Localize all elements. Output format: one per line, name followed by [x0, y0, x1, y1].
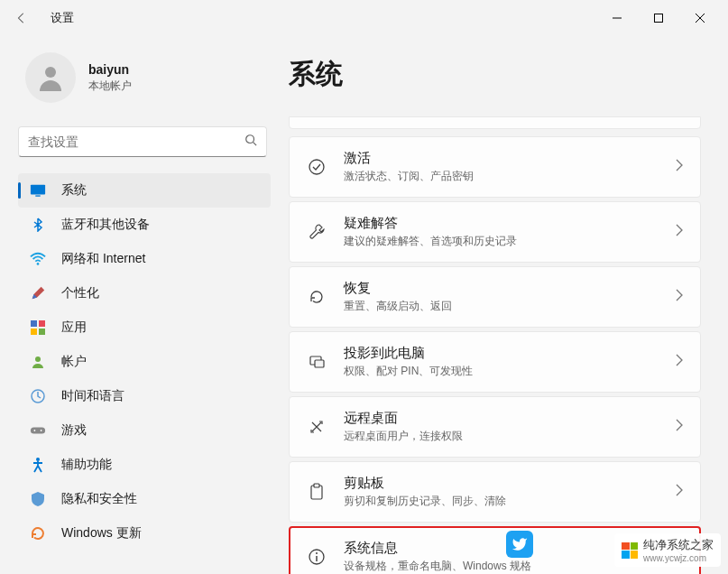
- recovery-icon: [306, 286, 327, 308]
- svg-rect-18: [315, 360, 324, 367]
- sidebar-item-privacy[interactable]: 隐私和安全性: [18, 482, 271, 516]
- setting-item-clipboard[interactable]: 剪贴板 剪切和复制历史记录、同步、清除: [289, 461, 701, 523]
- partial-item-top: [289, 116, 701, 129]
- item-title: 疑难解答: [344, 215, 675, 232]
- item-sub: 剪切和复制历史记录、同步、清除: [344, 494, 675, 509]
- item-sub: 建议的疑难解答、首选项和历史记录: [344, 234, 675, 249]
- svg-rect-3: [31, 185, 45, 195]
- sidebar-item-label: 个性化: [61, 285, 99, 301]
- titlebar: 设置: [0, 0, 728, 36]
- sidebar-item-label: 网络和 Internet: [61, 251, 145, 267]
- check-circle-icon: [306, 156, 327, 178]
- item-sub: 权限、配对 PIN、可发现性: [344, 364, 675, 379]
- sidebar-item-windows-update[interactable]: Windows 更新: [18, 516, 271, 551]
- sidebar-item-label: 时间和语言: [61, 388, 124, 404]
- sidebar-item-network[interactable]: 网络和 Internet: [18, 242, 271, 276]
- sidebar-item-accessibility[interactable]: 辅助功能: [18, 448, 271, 482]
- main-panel: 系统 激活 激活状态、订阅、产品密钥 疑难解答 建议的疑难解答、首选项和历史记录: [280, 36, 728, 574]
- item-title: 恢复: [344, 280, 675, 297]
- maximize-button[interactable]: [638, 4, 679, 32]
- chevron-right-icon: [675, 354, 684, 370]
- svg-rect-7: [39, 320, 45, 327]
- sidebar-item-gaming[interactable]: 游戏: [18, 413, 271, 448]
- svg-point-16: [309, 160, 324, 174]
- shield-icon: [29, 490, 47, 508]
- item-sub: 激活状态、订阅、产品密钥: [344, 169, 675, 184]
- svg-point-15: [36, 458, 40, 461]
- item-title: 剪贴板: [344, 475, 675, 492]
- item-sub: 远程桌面用户，连接权限: [344, 429, 675, 444]
- sidebar-item-system[interactable]: 系统: [18, 173, 271, 208]
- sidebar-item-label: Windows 更新: [61, 525, 142, 542]
- svg-point-10: [35, 356, 41, 362]
- sidebar-item-label: 蓝牙和其他设备: [61, 217, 150, 233]
- avatar: [25, 52, 76, 103]
- close-button[interactable]: [679, 4, 721, 32]
- remote-icon: [306, 416, 327, 438]
- svg-rect-9: [39, 329, 45, 335]
- person-icon: [29, 353, 47, 371]
- setting-item-recovery[interactable]: 恢复 重置、高级启动、返回: [289, 266, 701, 328]
- item-sub: 重置、高级启动、返回: [344, 299, 675, 314]
- chevron-right-icon: [675, 159, 684, 175]
- clipboard-icon: [306, 481, 327, 503]
- watermark-text: 纯净系统之家: [643, 538, 714, 551]
- window-title: 设置: [51, 10, 74, 26]
- search-input[interactable]: [28, 134, 244, 149]
- item-title: 激活: [344, 150, 675, 167]
- content: baiyun 本地帐户 系统 蓝牙和其他设备: [0, 36, 728, 574]
- svg-point-5: [37, 263, 40, 265]
- update-icon: [29, 524, 47, 542]
- svg-rect-12: [31, 427, 45, 433]
- back-button[interactable]: [7, 4, 36, 32]
- settings-window: 设置 baiyun 本地帐户: [0, 0, 728, 574]
- windows-logo-icon: [622, 542, 638, 559]
- sidebar-item-time-language[interactable]: 时间和语言: [18, 379, 271, 413]
- sidebar: baiyun 本地帐户 系统 蓝牙和其他设备: [0, 36, 280, 574]
- svg-rect-4: [35, 195, 40, 196]
- sidebar-item-label: 应用: [61, 319, 87, 336]
- apps-icon: [29, 319, 47, 337]
- svg-point-13: [34, 430, 36, 431]
- minimize-button[interactable]: [596, 4, 638, 32]
- nav-list: 系统 蓝牙和其他设备 网络和 Internet 个性化 应用: [18, 173, 280, 551]
- profile-sub: 本地帐户: [88, 79, 132, 94]
- project-icon: [306, 351, 327, 373]
- svg-rect-0: [655, 14, 663, 23]
- window-controls: [596, 4, 721, 32]
- sidebar-item-label: 游戏: [61, 422, 87, 439]
- sidebar-item-personalization[interactable]: 个性化: [18, 276, 271, 310]
- item-title: 投影到此电脑: [344, 345, 675, 362]
- svg-rect-20: [314, 484, 319, 487]
- chevron-right-icon: [675, 419, 684, 435]
- setting-item-activation[interactable]: 激活 激活状态、订阅、产品密钥: [289, 136, 701, 198]
- info-icon: [306, 546, 327, 568]
- page-title: 系统: [289, 56, 701, 93]
- paintbrush-icon: [29, 284, 47, 302]
- chevron-right-icon: [675, 289, 684, 305]
- search-box[interactable]: [18, 126, 267, 157]
- svg-point-22: [316, 552, 318, 554]
- sidebar-item-label: 系统: [61, 182, 87, 199]
- profile[interactable]: baiyun 本地帐户: [18, 47, 280, 119]
- sidebar-item-bluetooth[interactable]: 蓝牙和其他设备: [18, 208, 271, 242]
- setting-item-projecting[interactable]: 投影到此电脑 权限、配对 PIN、可发现性: [289, 331, 701, 393]
- sidebar-item-accounts[interactable]: 帐户: [18, 345, 271, 379]
- svg-point-14: [41, 430, 42, 431]
- svg-point-1: [45, 67, 56, 78]
- svg-rect-6: [31, 320, 37, 327]
- sidebar-item-label: 帐户: [61, 354, 87, 370]
- accessibility-icon: [29, 456, 47, 474]
- setting-item-troubleshoot[interactable]: 疑难解答 建议的疑难解答、首选项和历史记录: [289, 201, 701, 263]
- bluetooth-icon: [29, 216, 47, 234]
- watermark-url: www.ycwjz.com: [643, 553, 714, 563]
- chevron-right-icon: [675, 224, 684, 240]
- clock-globe-icon: [29, 387, 47, 405]
- setting-item-remote-desktop[interactable]: 远程桌面 远程桌面用户，连接权限: [289, 396, 701, 458]
- profile-name: baiyun: [88, 62, 132, 77]
- sidebar-item-label: 辅助功能: [61, 457, 112, 473]
- item-title: 远程桌面: [344, 410, 675, 427]
- sidebar-item-apps[interactable]: 应用: [18, 310, 271, 345]
- twitter-share-icon[interactable]: [506, 531, 533, 558]
- search-icon: [244, 134, 257, 150]
